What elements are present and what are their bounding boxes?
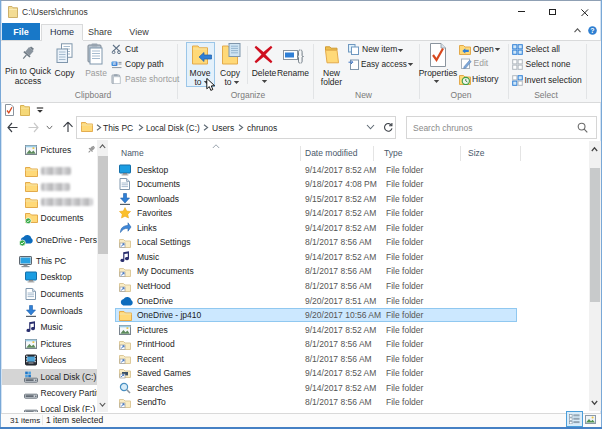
svg-text:?: ? — [590, 27, 594, 34]
